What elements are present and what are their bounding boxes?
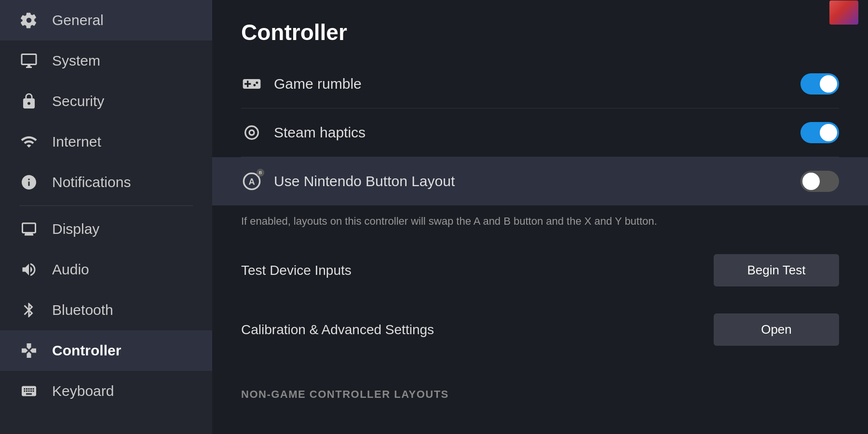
lock-icon — [19, 92, 39, 111]
sidebar-item-bluetooth[interactable]: Bluetooth — [0, 290, 212, 330]
sidebar-label-audio: Audio — [52, 261, 89, 278]
calibration-row: Calibration & Advanced Settings Open — [241, 300, 839, 359]
sidebar-item-controller[interactable]: Controller — [0, 330, 212, 371]
user-avatar[interactable] — [829, 0, 858, 25]
steam-haptics-label: Steam haptics — [274, 124, 789, 141]
nintendo-icon: A B — [241, 171, 262, 192]
section-header: NON-GAME CONTROLLER LAYOUTS — [241, 379, 839, 401]
controller-icon — [19, 341, 39, 360]
sidebar-divider — [19, 205, 193, 206]
speaker-icon — [19, 260, 39, 279]
sidebar-item-security[interactable]: Security — [0, 81, 212, 122]
begin-test-button[interactable]: Begin Test — [714, 254, 839, 286]
test-device-row: Test Device Inputs Begin Test — [241, 241, 839, 300]
display-icon — [19, 51, 39, 70]
sidebar-label-notifications: Notifications — [52, 174, 131, 190]
nintendo-layout-toggle[interactable] — [800, 171, 839, 192]
sidebar-label-internet: Internet — [52, 134, 101, 150]
sidebar-item-display[interactable]: Display — [0, 209, 212, 249]
gear-icon — [19, 11, 39, 30]
sidebar-label-controller: Controller — [52, 342, 121, 359]
bluetooth-icon — [19, 300, 39, 320]
game-rumble-toggle-knob — [820, 75, 837, 93]
sidebar-item-audio[interactable]: Audio — [0, 249, 212, 290]
test-device-label: Test Device Inputs — [241, 263, 702, 278]
nintendo-layout-row: A B Use Nintendo Button Layout — [212, 157, 868, 205]
svg-text:A: A — [248, 176, 255, 187]
sidebar-item-notifications[interactable]: Notifications — [0, 162, 212, 203]
page-title: Controller — [241, 19, 839, 45]
steam-haptics-row: Steam haptics — [241, 108, 839, 157]
game-rumble-row: Game rumble — [241, 60, 839, 108]
steam-haptics-toggle[interactable] — [800, 122, 839, 143]
keyboard-icon — [19, 381, 39, 401]
haptics-icon — [241, 122, 262, 143]
sidebar-label-system: System — [52, 53, 100, 69]
steam-haptics-toggle-knob — [820, 124, 837, 141]
sidebar-label-display: Display — [52, 221, 99, 237]
main-content: Controller Game rumble Steam haptics — [212, 0, 868, 434]
rumble-icon — [241, 73, 262, 95]
sidebar: General System Security Internet — [0, 0, 212, 434]
open-button[interactable]: Open — [714, 313, 839, 346]
nintendo-layout-label: Use Nintendo Button Layout — [274, 173, 789, 190]
nintendo-layout-toggle-knob — [802, 173, 820, 190]
sidebar-label-bluetooth: Bluetooth — [52, 302, 113, 318]
game-rumble-toggle[interactable] — [800, 73, 839, 95]
wifi-icon — [19, 132, 39, 151]
sidebar-item-internet[interactable]: Internet — [0, 122, 212, 162]
monitor-icon — [19, 219, 39, 239]
info-icon — [19, 173, 39, 192]
sidebar-item-general[interactable]: General — [0, 0, 212, 41]
sidebar-label-security: Security — [52, 93, 104, 109]
calibration-label: Calibration & Advanced Settings — [241, 322, 702, 338]
game-rumble-label: Game rumble — [274, 76, 789, 92]
sidebar-item-system[interactable]: System — [0, 41, 212, 81]
sidebar-item-keyboard[interactable]: Keyboard — [0, 371, 212, 411]
sidebar-label-general: General — [52, 12, 104, 28]
sidebar-label-keyboard: Keyboard — [52, 383, 114, 399]
nintendo-description: If enabled, layouts on this controller w… — [241, 205, 839, 241]
